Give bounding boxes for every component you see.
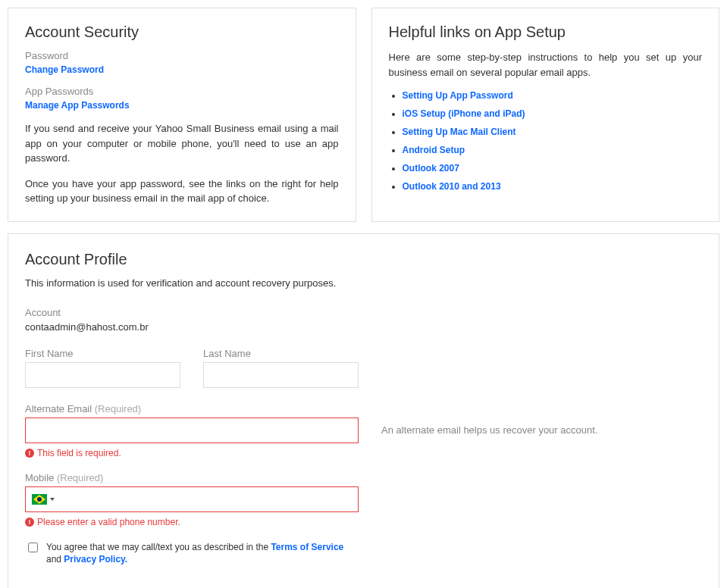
consent-text: You agree that we may call/text you as d… [46, 541, 359, 567]
help-links-list: Setting Up App Password iOS Setup (iPhon… [389, 90, 703, 192]
profile-title: Account Profile [25, 251, 702, 268]
mobile-error: !Please enter a valid phone number. [25, 517, 359, 527]
security-paragraph-2: Once you have your app password, see the… [25, 177, 339, 206]
terms-of-service-link[interactable]: Terms of Service [271, 542, 343, 552]
list-item: Setting Up Mac Mail Client [403, 127, 703, 137]
last-name-label: Last Name [203, 348, 359, 359]
help-link-android[interactable]: Android Setup [403, 145, 465, 155]
help-intro: Here are some step-by-step instructions … [389, 50, 703, 80]
account-security-panel: Account Security Password Change Passwor… [8, 8, 356, 222]
alt-email-error: !This field is required. [25, 448, 359, 458]
help-link-mac-mail[interactable]: Setting Up Mac Mail Client [403, 127, 516, 137]
list-item: Outlook 2010 and 2013 [403, 181, 703, 192]
app-passwords-sublabel: App Passwords [25, 86, 339, 97]
account-label: Account [25, 307, 702, 318]
list-item: Android Setup [403, 145, 703, 155]
first-name-label: First Name [25, 348, 180, 359]
manage-app-passwords-link[interactable]: Manage App Passwords [25, 100, 130, 111]
password-sublabel: Password [25, 50, 339, 61]
consent-checkbox[interactable] [28, 543, 38, 552]
list-item: Setting Up App Password [403, 90, 703, 101]
last-name-input[interactable] [203, 362, 359, 388]
brazil-flag-icon [32, 494, 47, 505]
account-email-value: contaadmin@hahost.com.br [25, 321, 702, 333]
list-item: Outlook 2007 [403, 163, 703, 174]
first-name-input[interactable] [25, 362, 180, 388]
error-icon: ! [25, 449, 34, 458]
help-link-ios[interactable]: iOS Setup (iPhone and iPad) [403, 108, 525, 119]
mobile-label: Mobile (Required) [25, 472, 359, 483]
help-link-outlook-2010-2013[interactable]: Outlook 2010 and 2013 [403, 181, 501, 192]
alt-email-label: Alternate Email (Required) [25, 403, 359, 414]
privacy-policy-link[interactable]: Privacy Policy. [64, 554, 127, 565]
alternate-email-input[interactable] [25, 418, 359, 443]
profile-desc: This information is used for verificatio… [25, 277, 702, 289]
change-password-link[interactable]: Change Password [25, 64, 104, 75]
country-code-select[interactable] [26, 494, 61, 505]
security-paragraph-1: If you send and receive your Yahoo Small… [25, 121, 339, 166]
account-profile-panel: Account Profile This information is used… [8, 233, 719, 589]
help-title: Helpful links on App Setup [389, 23, 703, 41]
help-link-app-password[interactable]: Setting Up App Password [403, 90, 513, 101]
help-links-panel: Helpful links on App Setup Here are some… [371, 8, 720, 222]
alt-email-hint: An alternate email helps us recover your… [381, 403, 597, 436]
security-title: Account Security [25, 23, 339, 41]
mobile-input[interactable] [61, 487, 358, 511]
list-item: iOS Setup (iPhone and iPad) [403, 108, 703, 119]
error-icon: ! [25, 518, 34, 527]
chevron-down-icon [50, 498, 55, 501]
help-link-outlook-2007[interactable]: Outlook 2007 [403, 163, 459, 174]
